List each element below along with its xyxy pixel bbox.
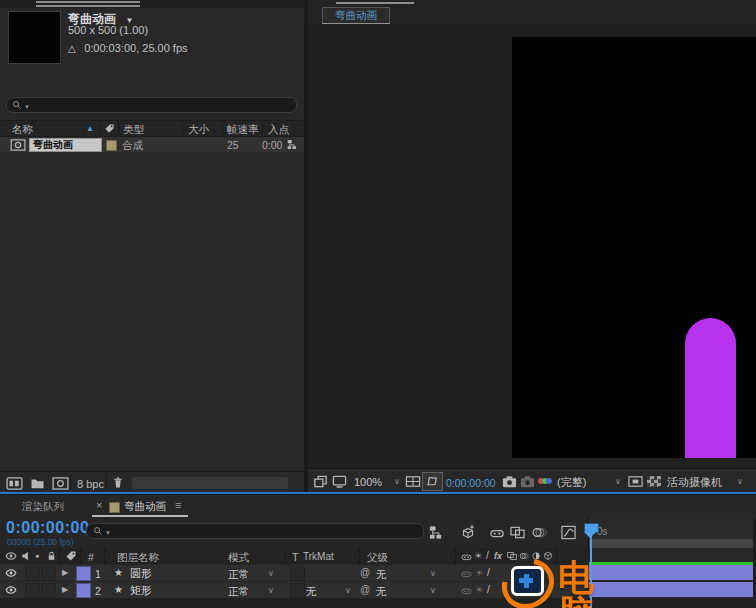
layer-label-chip[interactable] bbox=[76, 566, 91, 581]
playhead-handle[interactable] bbox=[584, 523, 599, 533]
camera-view-select[interactable]: 活动摄像机 bbox=[667, 477, 722, 488]
timeline-search-input[interactable]: ▼ bbox=[86, 523, 424, 539]
parent-select[interactable]: 无 bbox=[376, 586, 387, 597]
show-snapshot-button[interactable] bbox=[520, 474, 535, 489]
always-preview-icon[interactable] bbox=[313, 474, 328, 489]
snapshot-button[interactable] bbox=[502, 474, 517, 489]
blend-mode-select[interactable]: 正常 bbox=[228, 586, 249, 597]
layer-visibility-toggle[interactable] bbox=[5, 584, 17, 596]
column-header-in-point[interactable]: 入点 bbox=[268, 124, 289, 135]
quality-toggle[interactable]: / bbox=[487, 568, 490, 578]
panel-grip[interactable] bbox=[36, 5, 140, 7]
audio-toggle-cell[interactable] bbox=[25, 583, 40, 598]
column-header-name[interactable]: 名称 bbox=[12, 124, 33, 135]
sort-ascending-icon[interactable]: ▲ bbox=[86, 125, 94, 133]
solo-lock-cell[interactable] bbox=[41, 583, 56, 598]
shy-toggle[interactable] bbox=[461, 568, 472, 579]
graph-editor-button[interactable] bbox=[561, 525, 576, 540]
item-name-field[interactable]: 弯曲动画 bbox=[29, 138, 102, 152]
comp-mini-flowchart-button[interactable] bbox=[429, 525, 444, 540]
audio-toggle-cell[interactable] bbox=[25, 566, 40, 581]
t-toggle-cell[interactable] bbox=[290, 583, 305, 598]
layer-index: 1 bbox=[95, 569, 101, 580]
layer-duration-bar-2[interactable] bbox=[589, 582, 753, 597]
resolution-chevron-icon[interactable]: ∨ bbox=[615, 478, 621, 486]
mask-visibility-button[interactable] bbox=[422, 472, 443, 491]
render-queue-tab[interactable]: 渲染队列 bbox=[22, 501, 64, 512]
magnification-value[interactable]: 100% bbox=[354, 477, 382, 488]
shy-switch-icon[interactable] bbox=[461, 551, 472, 562]
panel-grip[interactable] bbox=[36, 1, 140, 3]
project-footer-field bbox=[132, 477, 288, 489]
label-column-icon[interactable] bbox=[104, 123, 115, 134]
expand-arrow-icon[interactable]: ▶ bbox=[62, 569, 68, 577]
new-composition-button[interactable] bbox=[52, 477, 69, 490]
threed-switch-icon[interactable] bbox=[543, 551, 553, 561]
active-tab-underline bbox=[92, 515, 188, 517]
current-time-display[interactable]: 0:00:00:00 bbox=[6, 519, 89, 537]
show-channel-button[interactable] bbox=[538, 477, 556, 485]
mode-chevron-icon[interactable]: ∨ bbox=[268, 587, 274, 595]
purple-shape-layer[interactable] bbox=[685, 318, 736, 458]
frame-blend-switch-icon[interactable] bbox=[507, 551, 517, 561]
bit-depth-button[interactable]: 8 bpc bbox=[77, 479, 104, 490]
composition-canvas[interactable] bbox=[512, 37, 756, 458]
fx-switch-icon[interactable]: fx bbox=[494, 552, 502, 561]
frame-blending-button[interactable] bbox=[510, 525, 525, 540]
shy-toggle[interactable] bbox=[461, 585, 472, 596]
draft-3d-button[interactable] bbox=[460, 524, 476, 540]
motion-blur-button[interactable] bbox=[531, 525, 547, 540]
transparency-grid-icon[interactable] bbox=[647, 476, 661, 487]
hide-shy-layers-button[interactable] bbox=[489, 525, 505, 540]
viewer-tab[interactable]: 弯曲动画 bbox=[322, 7, 390, 24]
work-area-bar[interactable] bbox=[589, 539, 756, 548]
project-search-input[interactable]: ▼ bbox=[6, 97, 297, 113]
view-layout-icon[interactable] bbox=[332, 474, 347, 489]
item-label-color-chip[interactable] bbox=[106, 140, 117, 151]
search-caret-icon: ▼ bbox=[105, 530, 111, 536]
delete-item-button[interactable] bbox=[112, 476, 124, 489]
layer-name[interactable]: 圆形 bbox=[130, 568, 152, 579]
trkmat-select[interactable]: 无 bbox=[306, 586, 317, 597]
camera-chevron-icon[interactable]: ∨ bbox=[737, 478, 743, 486]
resolution-select[interactable]: (完整) bbox=[557, 477, 586, 488]
panel-grip[interactable] bbox=[336, 2, 414, 4]
tab-close-icon[interactable]: × bbox=[96, 500, 102, 511]
parent-chevron-icon[interactable]: ∨ bbox=[430, 587, 436, 595]
parent-pickwhip-icon[interactable]: @ bbox=[360, 568, 370, 578]
tab-menu-icon[interactable]: ≡ bbox=[175, 500, 181, 511]
trkmat-chevron-icon[interactable]: ∨ bbox=[345, 587, 351, 595]
layer-name[interactable]: 矩形 bbox=[130, 585, 152, 596]
layer-duration-bar-1[interactable] bbox=[589, 565, 753, 580]
layer-visibility-toggle[interactable] bbox=[5, 567, 17, 579]
comp-tab-color-chip bbox=[109, 502, 120, 513]
layer-row-1[interactable]: ▶ 1 ★ 圆形 正常 ∨ @ 无 ∨ ☀ / bbox=[0, 565, 589, 581]
column-header-size[interactable]: 大小 bbox=[188, 124, 209, 135]
project-item-row[interactable]: 弯曲动画 合成 25 0:00 bbox=[0, 137, 304, 152]
quality-toggle[interactable]: / bbox=[487, 585, 490, 595]
grid-guides-icon[interactable] bbox=[405, 474, 421, 489]
column-header-frame-rate[interactable]: 帧速率 bbox=[227, 124, 259, 135]
region-of-interest-icon[interactable] bbox=[628, 474, 643, 489]
magnification-chevron-icon[interactable]: ∨ bbox=[394, 478, 400, 486]
timeline-comp-tab[interactable]: 弯曲动画 bbox=[124, 501, 166, 512]
mask-roi-icon bbox=[425, 474, 439, 488]
parent-select[interactable]: 无 bbox=[376, 569, 387, 580]
viewer-timecode[interactable]: 0:00:00:00 bbox=[446, 477, 496, 489]
blend-mode-select[interactable]: 正常 bbox=[228, 569, 249, 580]
layer-label-chip[interactable] bbox=[76, 583, 91, 598]
solo-lock-cell[interactable] bbox=[41, 566, 56, 581]
parent-chevron-icon[interactable]: ∨ bbox=[430, 570, 436, 578]
new-folder-button[interactable] bbox=[30, 477, 45, 489]
shape-layer-icon: ★ bbox=[114, 568, 123, 578]
quality-switch-icon[interactable]: / bbox=[486, 551, 489, 561]
expand-arrow-icon[interactable]: ▶ bbox=[62, 586, 68, 594]
collapse-switch-icon[interactable]: ☀ bbox=[474, 552, 482, 561]
interpret-footage-button[interactable] bbox=[6, 477, 23, 490]
t-toggle-cell[interactable] bbox=[290, 566, 305, 581]
collapse-toggle[interactable]: ☀ bbox=[475, 569, 483, 578]
collapse-toggle[interactable]: ☀ bbox=[475, 586, 483, 595]
column-header-type[interactable]: 类型 bbox=[123, 124, 144, 135]
parent-pickwhip-icon[interactable]: @ bbox=[360, 585, 370, 595]
mode-chevron-icon[interactable]: ∨ bbox=[268, 570, 274, 578]
